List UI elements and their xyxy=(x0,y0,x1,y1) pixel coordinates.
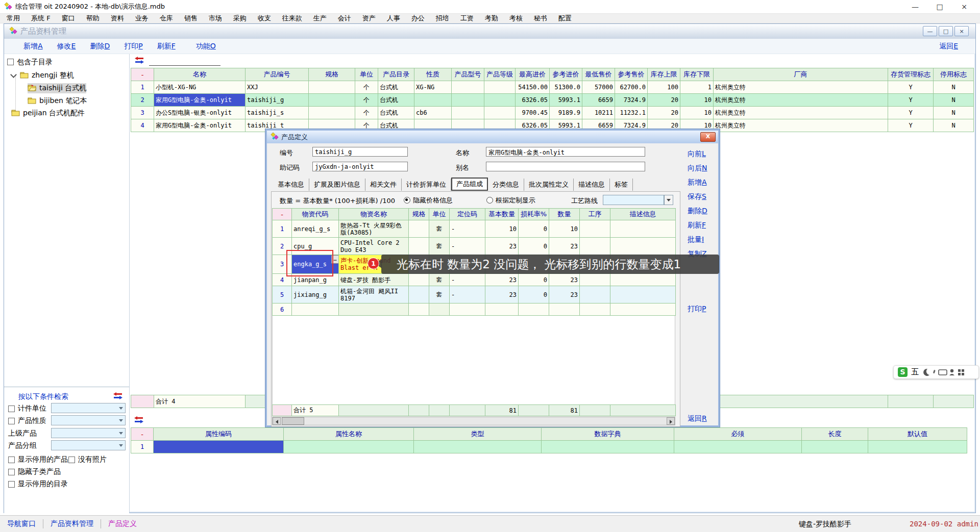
cell[interactable]: 10 xyxy=(680,107,714,119)
print-button[interactable]: 打印P xyxy=(688,305,706,314)
menu-item[interactable]: 市场 xyxy=(203,13,228,23)
cell[interactable] xyxy=(484,107,516,119)
cell[interactable]: 0 xyxy=(519,238,549,255)
cell[interactable]: 小型机-XG-NG xyxy=(154,81,246,94)
tab-item[interactable]: 标签 xyxy=(610,179,633,191)
cell[interactable] xyxy=(414,441,542,453)
cell[interactable]: 杭州奥立特 xyxy=(714,107,888,119)
cell[interactable]: 23 xyxy=(485,274,519,286)
cell[interactable] xyxy=(409,405,429,416)
option-checkbox[interactable] xyxy=(8,481,15,488)
cell[interactable] xyxy=(452,94,484,107)
close-icon[interactable]: × xyxy=(954,26,969,36)
cell[interactable]: 键盘-罗技 酷影手 xyxy=(339,274,409,286)
cell[interactable]: 套 xyxy=(429,220,450,238)
column-header[interactable]: 属性名称 xyxy=(284,428,414,441)
custom-display-radio[interactable]: 根据定制显示 xyxy=(486,196,535,205)
expander-icon[interactable] xyxy=(10,71,17,78)
menu-item[interactable]: 仓库 xyxy=(154,13,179,23)
cell[interactable]: 81 xyxy=(549,405,580,416)
column-header[interactable]: 产品等级 xyxy=(484,68,516,81)
cell[interactable]: Y xyxy=(888,94,934,107)
tree-node[interactable]: taishiji 台式机 xyxy=(28,83,86,93)
filter-combobox[interactable] xyxy=(51,415,126,425)
column-header[interactable]: 描述信息 xyxy=(610,209,676,220)
menu-item[interactable]: 资产 xyxy=(357,13,381,23)
cell[interactable]: 81 xyxy=(485,405,519,416)
route-combobox[interactable] xyxy=(603,195,664,205)
menu-item[interactable]: 窗口 xyxy=(56,13,81,23)
cell[interactable]: 台式机 xyxy=(378,94,414,107)
column-header[interactable]: 产品目录 xyxy=(378,68,414,81)
menu-item[interactable]: 系统 F xyxy=(26,13,56,23)
toolbar-add-button[interactable]: 新增A xyxy=(23,42,43,51)
cell[interactable]: 23 xyxy=(549,286,580,303)
cell[interactable] xyxy=(580,303,610,316)
status-tab[interactable]: 产品资料管理 xyxy=(50,519,94,528)
column-header[interactable]: 库存下限 xyxy=(680,68,714,81)
cell[interactable] xyxy=(484,94,516,107)
menu-item[interactable]: 往来款 xyxy=(277,13,308,23)
cell[interactable]: 2 xyxy=(131,94,154,107)
column-header[interactable]: 数据字典 xyxy=(542,428,674,441)
cell[interactable] xyxy=(309,107,355,119)
column-header[interactable]: 参考进价 xyxy=(550,68,582,81)
cell[interactable] xyxy=(610,274,676,286)
cell[interactable] xyxy=(610,303,676,316)
tab-item[interactable]: 批次属性定义 xyxy=(524,179,574,191)
minimize-icon[interactable]: — xyxy=(911,3,920,11)
cell[interactable] xyxy=(484,81,516,94)
cell[interactable]: cb6 xyxy=(414,107,452,119)
column-header[interactable]: 库存上限 xyxy=(648,68,680,81)
cell[interactable] xyxy=(802,441,868,453)
column-header[interactable]: - xyxy=(131,68,154,81)
cell[interactable] xyxy=(292,303,339,316)
menu-item[interactable]: 收支 xyxy=(252,13,277,23)
tab-item[interactable]: 分类信息 xyxy=(488,179,524,191)
status-tab[interactable]: 导航窗口 xyxy=(6,519,37,528)
cell[interactable] xyxy=(450,303,485,316)
menu-item[interactable]: 考核 xyxy=(504,13,528,23)
column-header[interactable]: - xyxy=(131,428,154,441)
cell[interactable]: N xyxy=(934,107,974,119)
cell[interactable] xyxy=(549,303,580,316)
toolbar-edit-button[interactable]: 修改E xyxy=(57,42,76,51)
sogou-icon[interactable]: S xyxy=(898,367,908,377)
cell[interactable] xyxy=(309,94,355,107)
restore-icon[interactable]: □ xyxy=(939,26,953,36)
cell[interactable]: 57000 xyxy=(582,81,615,94)
menu-item[interactable]: 会计 xyxy=(332,13,357,23)
horizontal-scrollbar[interactable] xyxy=(272,417,675,425)
filter-combobox[interactable] xyxy=(51,403,126,413)
cell[interactable]: 杭州奥立特 xyxy=(714,81,888,94)
menu-item[interactable]: 招培 xyxy=(430,13,455,23)
column-header[interactable]: 产品型号 xyxy=(452,68,484,81)
column-header[interactable]: 定位码 xyxy=(450,209,485,220)
cell[interactable] xyxy=(429,303,450,316)
cell[interactable]: 杭州奥立特 xyxy=(714,94,888,107)
cell[interactable] xyxy=(485,303,519,316)
cell[interactable]: - xyxy=(450,274,485,286)
side-delete-button[interactable]: 删除D xyxy=(688,207,707,216)
menu-item[interactable]: 秘书 xyxy=(528,13,553,23)
cell[interactable] xyxy=(409,274,429,286)
cell[interactable]: 11232.1 xyxy=(615,107,648,119)
filter-combobox[interactable] xyxy=(51,428,126,438)
cell[interactable]: Y xyxy=(888,107,934,119)
cell[interactable] xyxy=(610,220,676,238)
name-field[interactable]: 家用G型电脑-金奥-onlyit xyxy=(486,147,645,157)
cell[interactable] xyxy=(868,441,967,453)
cell[interactable] xyxy=(429,405,450,416)
cell[interactable]: 10 xyxy=(485,220,519,238)
column-header[interactable]: 性质 xyxy=(414,68,452,81)
cell[interactable]: jixiang_g xyxy=(292,286,339,303)
menu-item[interactable]: 采购 xyxy=(228,13,252,23)
column-header[interactable]: 产品编号 xyxy=(246,68,309,81)
cell[interactable] xyxy=(580,238,610,255)
cell[interactable] xyxy=(610,238,676,255)
ime-tray[interactable]: S 五 xyxy=(893,365,979,379)
scrollbar-thumb[interactable] xyxy=(282,417,304,425)
cell[interactable]: 3 xyxy=(131,107,154,119)
cell[interactable] xyxy=(309,81,355,94)
alias-field[interactable] xyxy=(486,162,645,171)
